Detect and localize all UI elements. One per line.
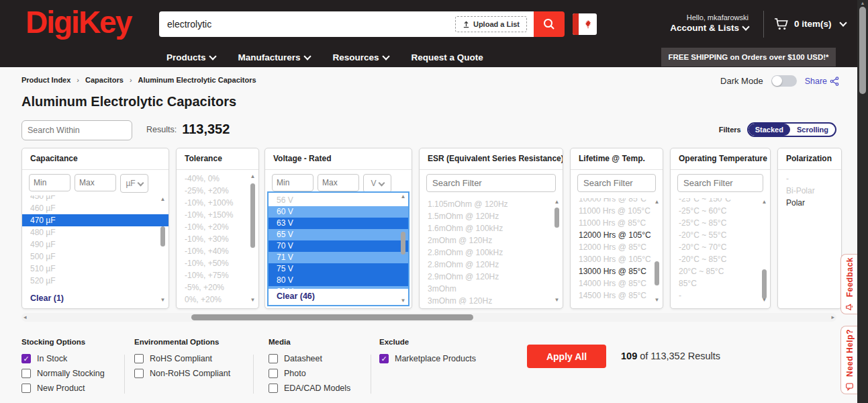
nav-resources[interactable]: Resources bbox=[333, 52, 389, 62]
min-input[interactable] bbox=[29, 174, 70, 191]
scroll-up-icon[interactable]: ▲ bbox=[857, 1, 868, 5]
breadcrumb-item-aluminum-electrolytic-capacitors[interactable]: Aluminum Electrolytic Capacitors bbox=[138, 76, 256, 84]
filter-option[interactable]: 70 V bbox=[269, 240, 408, 252]
share-button[interactable]: Share bbox=[805, 77, 839, 86]
results-count: 113,352 bbox=[182, 122, 230, 137]
checkbox-eda-cad-models[interactable]: EDA/CAD Models bbox=[269, 384, 350, 393]
list-scrollbar[interactable]: ▲▼ bbox=[761, 199, 768, 303]
filter-option[interactable]: 71 V bbox=[269, 252, 408, 263]
breadcrumb-item-product-index[interactable]: Product Index bbox=[21, 76, 70, 84]
list-scrollbar[interactable]: ▲▼ bbox=[553, 199, 561, 303]
toggle-scrolling[interactable]: Scrolling bbox=[790, 124, 835, 136]
scroll-down-icon[interactable]: ▼ bbox=[399, 298, 407, 304]
dark-mode-toggle[interactable] bbox=[771, 75, 797, 87]
search-button[interactable] bbox=[534, 11, 565, 37]
range-inputs: V bbox=[272, 174, 406, 193]
filter-option[interactable]: 65 V bbox=[269, 229, 408, 240]
filter-option: - bbox=[671, 289, 770, 302]
scroll-right-icon[interactable]: ▸ bbox=[831, 313, 834, 322]
digikey-logo[interactable]: DigiKey bbox=[26, 4, 131, 40]
scroll-down-icon[interactable]: ▼ bbox=[249, 298, 256, 303]
scroll-down-icon[interactable]: ▼ bbox=[159, 298, 166, 303]
list-scrollbar[interactable]: ▲▼ bbox=[653, 199, 661, 303]
checkbox-label: Normally Stocking bbox=[37, 369, 105, 378]
scroll-up-icon[interactable]: ▲ bbox=[761, 199, 768, 205]
scroll-down-icon[interactable]: ▼ bbox=[653, 298, 661, 303]
horizontal-scroll-thumb[interactable] bbox=[191, 314, 473, 320]
filter-option: -25°C ~ 150°C bbox=[671, 198, 770, 205]
filter-option: 85°C bbox=[671, 277, 770, 289]
page-scroll-thumb[interactable] bbox=[859, 7, 866, 94]
breadcrumb: Product Index›Capacitors›Aluminum Electr… bbox=[21, 76, 256, 84]
checkbox-normally-stocking[interactable]: Normally Stocking bbox=[21, 369, 105, 378]
feedback-tab[interactable]: Feedback bbox=[840, 254, 858, 314]
scroll-thumb[interactable] bbox=[655, 261, 659, 285]
nav-manufacturers[interactable]: Manufacturers bbox=[238, 52, 310, 62]
scroll-thumb[interactable] bbox=[554, 208, 559, 228]
filter-option[interactable]: Polar bbox=[778, 197, 841, 209]
filter-search-input[interactable] bbox=[426, 174, 556, 192]
toggle-stacked[interactable]: Stacked bbox=[749, 124, 790, 136]
unit-select[interactable]: µF bbox=[120, 174, 148, 193]
clear-filter-link[interactable]: Clear (46) bbox=[269, 289, 399, 304]
scroll-thumb[interactable] bbox=[250, 183, 255, 248]
search-input[interactable] bbox=[159, 19, 455, 30]
clear-filter-link[interactable]: Clear (1) bbox=[22, 291, 159, 306]
filter-option[interactable]: 63 V bbox=[269, 218, 408, 229]
filter-option: 15000 Hrs @ 105°C bbox=[571, 302, 663, 304]
checkbox-in-stock[interactable]: ✓In Stock bbox=[21, 354, 105, 363]
nav-request-a-quote[interactable]: Request a Quote bbox=[412, 52, 483, 62]
filter-option[interactable]: 75 V bbox=[269, 263, 408, 275]
scroll-thumb[interactable] bbox=[401, 232, 405, 255]
scroll-up-icon[interactable]: ▲ bbox=[399, 194, 407, 199]
account-lists-menu[interactable]: Account & Lists bbox=[670, 23, 749, 33]
search-within-input[interactable] bbox=[22, 126, 141, 135]
filter-option: 450 µF bbox=[22, 195, 168, 202]
nav-products[interactable]: Products bbox=[166, 52, 215, 62]
min-input[interactable] bbox=[272, 174, 314, 191]
scroll-down-icon[interactable]: ▼ bbox=[761, 298, 768, 303]
filter-option: 480 µF bbox=[22, 226, 168, 238]
scroll-down-icon[interactable]: ▼ bbox=[553, 298, 561, 303]
max-input[interactable] bbox=[318, 174, 359, 191]
filter-option[interactable]: 12000 Hrs @ 105°C bbox=[571, 229, 663, 241]
account-lists-label: Account & Lists bbox=[670, 23, 739, 33]
checkbox-marketplace-products[interactable]: ✓Marketplace Products bbox=[379, 354, 476, 363]
filter-option[interactable]: 80 V bbox=[269, 275, 408, 286]
filtered-results-count: 109 bbox=[621, 351, 637, 361]
filter-search-input[interactable] bbox=[677, 174, 763, 192]
need-help-tab[interactable]: Need Help? bbox=[840, 326, 858, 394]
list-scrollbar[interactable]: ▲▼ bbox=[159, 197, 166, 303]
checkbox-photo[interactable]: Photo bbox=[269, 369, 350, 378]
apply-all-button[interactable]: Apply All bbox=[527, 345, 606, 368]
scroll-thumb[interactable] bbox=[160, 226, 165, 247]
scroll-up-icon[interactable]: ▲ bbox=[553, 199, 561, 205]
filter-option[interactable]: 470 µF bbox=[22, 214, 168, 226]
max-input[interactable] bbox=[75, 174, 116, 191]
feedback-label: Feedback bbox=[845, 257, 855, 297]
filter-option[interactable]: 60 V bbox=[269, 206, 408, 218]
scroll-thumb[interactable] bbox=[762, 269, 767, 299]
filter-options-list: 450 µF460 µF470 µF480 µF490 µF500 µF510 … bbox=[22, 195, 168, 289]
page-scrollbar[interactable]: ▲ bbox=[857, 0, 868, 403]
checkbox-rohs-compliant[interactable]: RoHS Compliant bbox=[134, 354, 230, 363]
checkbox-new-product[interactable]: New Product bbox=[21, 384, 105, 393]
scroll-up-icon[interactable]: ▲ bbox=[653, 199, 661, 205]
country-flag-canada[interactable] bbox=[573, 13, 597, 35]
scroll-up-icon[interactable]: ▲ bbox=[249, 174, 256, 179]
chat-bubble-icon bbox=[845, 382, 854, 391]
upload-list-button[interactable]: Upload a List bbox=[455, 16, 527, 32]
cart-button[interactable]: 0 item(s) bbox=[773, 16, 846, 31]
list-scrollbar[interactable]: ▲▼ bbox=[249, 174, 256, 303]
checkbox-datasheet[interactable]: Datasheet bbox=[269, 354, 350, 363]
scroll-up-icon[interactable]: ▲ bbox=[159, 197, 166, 202]
filters-horizontal-scrollbar[interactable]: ◂ ▸ bbox=[21, 313, 836, 322]
checkbox-non-rohs-compliant[interactable]: Non-RoHS Compliant bbox=[134, 369, 230, 378]
unit-select[interactable]: V bbox=[363, 174, 391, 193]
breadcrumb-item-capacitors[interactable]: Capacitors bbox=[85, 76, 124, 84]
filter-option[interactable]: 13000 Hrs @ 85°C bbox=[571, 265, 663, 277]
scroll-left-icon[interactable]: ◂ bbox=[23, 313, 27, 322]
list-scrollbar[interactable]: ▲▼ bbox=[399, 194, 407, 304]
filter-option: 3mOhm bbox=[420, 283, 563, 295]
filter-search-input[interactable] bbox=[577, 174, 656, 192]
